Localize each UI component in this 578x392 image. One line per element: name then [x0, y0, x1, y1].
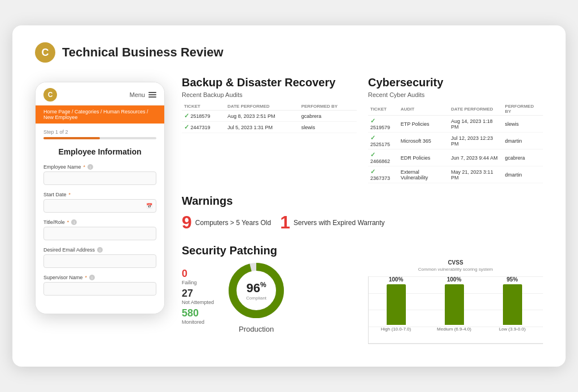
start-date-input[interactable]: 📅: [43, 199, 156, 213]
cvss-subtitle: Common vulnerability scoring system: [368, 267, 543, 272]
bar-chart-section: CVSS Common vulnerability scoring system: [368, 259, 543, 344]
step-bar: [43, 137, 156, 139]
header: C Technical Business Review: [35, 42, 543, 63]
start-date-label: Start Date *: [43, 192, 156, 197]
bar-group: 100% Medium (6.9-4.0): [429, 276, 479, 332]
phone-mockup: C Menu Home Page / Categories / Human Re…: [35, 82, 165, 314]
donut-center: 96% Compliant: [246, 281, 266, 301]
stat-numbers: 0 Failing 27 Not Attempted 580 Monitored: [182, 268, 214, 325]
phone-logo: C: [43, 88, 57, 102]
stat-monitored: 580 Monitored: [182, 307, 214, 325]
stat-mon-number: 580: [182, 307, 214, 319]
stat-failing-label: Failing: [182, 280, 214, 285]
warning-number-1: 1: [280, 212, 290, 233]
supervisor-label: Supervisor Name * i: [43, 275, 156, 280]
table-row: ✓ 2518579 Aug 8, 2023 2:51 PM gcabrera: [182, 111, 357, 122]
form-title: Employee Information: [43, 147, 156, 156]
warnings-section: Warnings 9 Computers > 5 Years Old 1 Ser…: [182, 195, 543, 233]
main-layout: C Menu Home Page / Categories / Human Re…: [35, 76, 543, 344]
donut-chart: 96% Compliant: [225, 259, 287, 321]
right-panel: Backup & Disaster Recovery Recent Backup…: [182, 76, 543, 344]
cyber-col-date: DATE PERFORMED: [449, 103, 502, 116]
supervisor-input[interactable]: [43, 282, 156, 296]
supervisor-info-icon: i: [89, 275, 95, 280]
check-icon: ✓: [370, 134, 375, 141]
bar-chart-area: 100% High (10.0-7.0) 100% Medium (6.9-4.…: [368, 276, 543, 344]
warning-item-0: 9 Computers > 5 Years Old: [182, 212, 271, 233]
stat-failing: 0 Failing: [182, 268, 214, 285]
email-field: Desired Email Address i: [43, 247, 156, 268]
stat-na-number: 27: [182, 288, 214, 299]
employee-name-info-icon: i: [87, 164, 93, 170]
donut-percent: 96%: [246, 281, 266, 296]
check-icon: ✓: [184, 112, 189, 119]
hamburger-icon: [148, 92, 156, 98]
phone-top-bar: C Menu: [36, 82, 164, 105]
security-left: 0 Failing 27 Not Attempted 580 Monitored: [182, 259, 357, 344]
backup-col-date: DATE PERFORMED: [225, 103, 299, 111]
backup-title: Backup & Disaster Recovery: [182, 76, 357, 89]
email-input[interactable]: [43, 254, 156, 268]
warning-number-0: 9: [182, 212, 192, 233]
backup-section: Backup & Disaster Recovery Recent Backup…: [182, 76, 357, 183]
backup-table: TICKET DATE PERFORMED PERFORMED BY ✓ 251…: [182, 103, 357, 133]
page-title: Technical Business Review: [62, 45, 224, 60]
bar-x-label: High (10.0-7.0): [381, 327, 411, 332]
top-sections: Backup & Disaster Recovery Recent Backup…: [182, 76, 543, 183]
stat-na-label: Not Attempted: [182, 299, 214, 305]
security-patching-section: Security Patching 0 Failing 27: [182, 244, 543, 344]
donut-title: Production: [239, 325, 274, 333]
cyber-table: TICKET AUDIT DATE PERFORMED PERFORMED BY…: [368, 103, 543, 183]
donut-wrapper: 96% Compliant Production: [225, 259, 287, 333]
title-role-info-icon: i: [71, 219, 77, 225]
check-icon: ✓: [184, 124, 189, 130]
cyber-subtitle: Recent Cyber Audits: [368, 91, 543, 98]
employee-name-input[interactable]: [43, 171, 156, 185]
phone-menu[interactable]: Menu: [129, 91, 156, 98]
warning-items: 9 Computers > 5 Years Old 1 Servers with…: [182, 212, 543, 233]
security-title: Security Patching: [182, 244, 543, 257]
table-row: ✓ 2525175 Microsoft 365 Jul 12, 2023 12:…: [368, 133, 543, 149]
email-label: Desired Email Address i: [43, 247, 156, 253]
bar-value-label: 95%: [506, 276, 518, 283]
bar-x-label: Medium (6.9-4.0): [437, 327, 471, 332]
cyber-col-by: PERFORMED BY: [503, 103, 543, 116]
title-role-label: Title/Role * i: [43, 219, 156, 225]
backup-col-by: PERFORMED BY: [299, 103, 357, 111]
check-icon: ✓: [370, 151, 375, 158]
warning-text-1: Servers with Expired Warranty: [294, 219, 385, 227]
bar: [503, 284, 522, 325]
step-indicator: Step 1 of 2: [43, 129, 156, 135]
warnings-title: Warnings: [182, 195, 543, 208]
bar: [387, 284, 406, 325]
security-content: 0 Failing 27 Not Attempted 580 Monitored: [182, 259, 543, 344]
table-row: ✓ 2519579 ETP Policies Aug 14, 2023 1:18…: [368, 116, 543, 133]
cyber-col-ticket: TICKET: [368, 103, 399, 116]
bar-group: 100% High (10.0-7.0): [371, 276, 421, 332]
table-row: ✓ 2447319 Jul 5, 2023 1:31 PM slewis: [182, 122, 357, 133]
bar-value-label: 100%: [389, 276, 404, 283]
backup-subtitle: Recent Backup Audits: [182, 91, 357, 98]
stat-failing-number: 0: [182, 268, 214, 280]
cyber-col-audit: AUDIT: [399, 103, 449, 116]
table-row: ✓ 2466862 EDR Policies Jun 7, 2023 9:44 …: [368, 149, 543, 166]
stat-mon-label: Monitored: [182, 319, 214, 325]
header-logo: C: [35, 42, 55, 63]
title-role-input[interactable]: [43, 227, 156, 240]
bar-value-label: 100%: [447, 276, 462, 283]
table-row: ✓ 2367373 External Vulnerability May 21,…: [368, 166, 543, 183]
cvss-title: CVSS: [368, 259, 543, 266]
main-container: C Technical Business Review C Menu Home …: [12, 25, 566, 367]
step-bar-fill: [43, 137, 100, 139]
check-icon: ✓: [370, 117, 375, 124]
warning-text-0: Computers > 5 Years Old: [195, 219, 271, 227]
stat-not-attempted: 27 Not Attempted: [182, 288, 214, 305]
check-icon: ✓: [370, 168, 375, 175]
donut-sublabel: Compliant: [246, 296, 266, 301]
security-stats: 0 Failing 27 Not Attempted 580 Monitored: [182, 259, 357, 333]
employee-name-field: Employee Name * i: [43, 164, 156, 185]
bar-group: 95% Low (3.9-0.0): [487, 276, 537, 332]
phone-breadcrumb: Home Page / Categories / Human Resources…: [36, 105, 164, 124]
email-info-icon: i: [97, 247, 103, 253]
phone-content: Step 1 of 2 Employee Information Employe…: [36, 124, 164, 314]
